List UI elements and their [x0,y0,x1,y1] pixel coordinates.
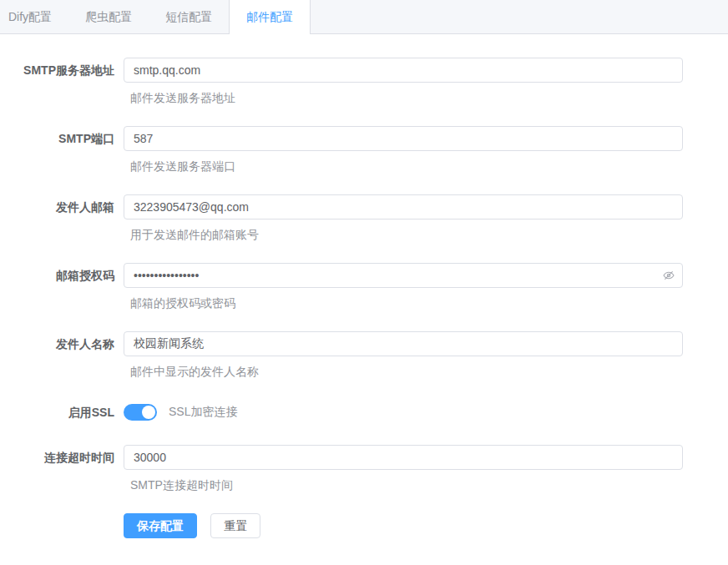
auth-code-input[interactable] [124,263,683,288]
ssl-label: 启用SSL [0,400,124,425]
ssl-row: 启用SSL SSL加密连接 [0,400,728,425]
timeout-row: 连接超时时间 SMTP连接超时时间 [0,445,728,493]
sender-name-row: 发件人名称 邮件中显示的发件人名称 [0,331,728,380]
tab-dify-config[interactable]: Dify配置 [0,0,68,33]
timeout-label: 连接超时时间 [0,445,124,493]
save-button[interactable]: 保存配置 [124,513,197,538]
auth-code-hint: 邮箱的授权码或密码 [124,295,683,311]
sender-name-input[interactable] [124,331,683,356]
smtp-host-hint: 邮件发送服务器地址 [124,89,683,106]
buttons-row: 保存配置 重置 [0,513,728,538]
timeout-hint: SMTP连接超时时间 [124,477,683,493]
email-config-form: SMTP服务器地址 邮件发送服务器地址 SMTP端口 邮件发送服务器端口 发件人… [0,34,728,538]
smtp-port-input[interactable] [124,126,683,151]
tab-bar: Dify配置 爬虫配置 短信配置 邮件配置 [0,0,728,34]
smtp-host-input[interactable] [124,58,683,83]
smtp-host-label: SMTP服务器地址 [0,58,124,106]
smtp-port-hint: 邮件发送服务器端口 [124,158,683,174]
smtp-port-label: SMTP端口 [0,126,124,174]
sender-email-input[interactable] [124,194,683,219]
tab-email-config[interactable]: 邮件配置 [229,0,311,34]
email-config-page: Dify配置 爬虫配置 短信配置 邮件配置 SMTP服务器地址 邮件发送服务器地… [0,0,728,565]
auth-code-row: 邮箱授权码 邮箱的授权码或密码 [0,263,728,311]
reset-button[interactable]: 重置 [210,513,260,538]
ssl-switch-knob [142,406,155,419]
auth-code-label: 邮箱授权码 [0,263,124,311]
buttons-spacer [0,513,124,538]
eye-off-icon[interactable] [662,269,675,282]
sender-name-hint: 邮件中显示的发件人名称 [124,363,683,380]
tab-sms-config[interactable]: 短信配置 [149,0,229,33]
ssl-switch-text: SSL加密连接 [169,405,237,420]
smtp-port-row: SMTP端口 邮件发送服务器端口 [0,126,728,174]
sender-email-row: 发件人邮箱 用于发送邮件的邮箱账号 [0,194,728,243]
timeout-input[interactable] [124,445,683,470]
ssl-switch[interactable] [124,404,157,421]
tab-crawler-config[interactable]: 爬虫配置 [68,0,149,33]
sender-email-hint: 用于发送邮件的邮箱账号 [124,226,683,243]
smtp-host-row: SMTP服务器地址 邮件发送服务器地址 [0,58,728,106]
sender-name-label: 发件人名称 [0,331,124,380]
sender-email-label: 发件人邮箱 [0,194,124,243]
